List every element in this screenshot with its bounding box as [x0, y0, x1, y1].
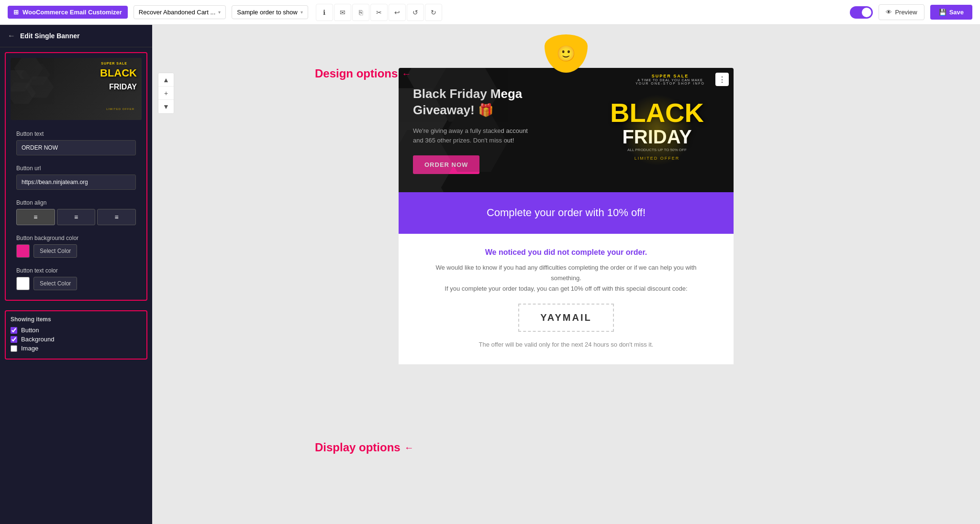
email-white-content: We noticed you did not complete your ord… — [399, 234, 734, 364]
button-align-field: Button align ≡ ≡ ≡ — [11, 195, 142, 230]
align-center-button[interactable]: ≡ — [57, 209, 96, 225]
preview-limited: LIMITED OFFER — [106, 108, 134, 110]
email-icon-wrap: 🙂 — [399, 34, 734, 73]
zoom-up-button[interactable]: ▲ — [158, 73, 174, 87]
showing-items-title: Showing items — [11, 316, 142, 323]
preview-super-sale: SUPER SALE — [101, 62, 127, 65]
grid-icon: ⊞ — [13, 9, 19, 16]
button-text-color-field: Button text color Select Color — [11, 262, 142, 295]
chevron-down-icon: ▾ — [218, 10, 221, 15]
banner-preview: SUPER SALE BLACK FRIDAY LIMITED OFFER — [11, 58, 142, 120]
email-purple-bar: Complete your order with 10% off! — [399, 192, 734, 234]
sidebar-header: ← Edit Single Banner — [0, 25, 152, 47]
image-checkbox[interactable] — [11, 345, 17, 352]
brand-name: WooCommerce Email Customizer — [22, 9, 122, 16]
back-icon[interactable]: ← — [8, 32, 15, 40]
toolbar-icons: ℹ ✉ ⎘ ✂ ↩ ↺ ↻ — [316, 4, 442, 21]
info-button[interactable]: ℹ — [316, 4, 333, 21]
button-text-input[interactable] — [16, 140, 136, 155]
image-checkbox-label: Image — [21, 345, 38, 352]
email-button[interactable]: ✉ — [334, 4, 351, 21]
background-checkbox[interactable] — [11, 336, 17, 343]
button-bg-color-label: Button background color — [16, 235, 136, 241]
preview-friday: FRIDAY — [109, 83, 137, 91]
copy-button[interactable]: ⎘ — [352, 4, 369, 21]
notice-text: We would like to know if you had any dif… — [413, 262, 719, 294]
display-section: Showing items Button Background Image — [5, 310, 147, 360]
email-canvas: 🙂 Black Friday Mega Giveaway! 🎁 — [399, 34, 734, 514]
design-options-annotation: Design options — [315, 67, 398, 80]
sample-order-label: Sample order to show — [237, 9, 297, 16]
email-envelope-icon: 🙂 — [545, 34, 588, 73]
email-banner: Black Friday Mega Giveaway! 🎁 We're givi… — [399, 68, 734, 192]
button-bg-color-picker-button[interactable]: Select Color — [33, 244, 77, 258]
main-layout: ← Edit Single Banner SUPER SALE BLACK FR… — [0, 25, 980, 524]
redo-button[interactable]: ↻ — [425, 4, 442, 21]
brand-logo: ⊞ WooCommerce Email Customizer — [8, 6, 128, 19]
save-icon: 💾 — [939, 9, 947, 16]
align-group: ≡ ≡ ≡ — [16, 209, 136, 225]
button-text-color-picker-button[interactable]: Select Color — [33, 277, 77, 290]
email-type-dropdown[interactable]: Recover Abandoned Cart ... ▾ — [134, 5, 226, 19]
toggle-wrap — [850, 6, 873, 19]
back-button[interactable]: ↩ — [389, 4, 406, 21]
sidebar: ← Edit Single Banner SUPER SALE BLACK FR… — [0, 25, 152, 524]
zoom-fit-button[interactable]: + — [158, 87, 174, 100]
cut-button[interactable]: ✂ — [370, 4, 388, 21]
zoom-down-button[interactable]: ▼ — [158, 100, 174, 113]
button-align-label: Button align — [16, 199, 136, 206]
button-text-color-label: Button text color — [16, 267, 136, 274]
email-type-label: Recover Abandoned Cart ... — [139, 9, 215, 16]
button-url-field: Button url — [11, 160, 142, 195]
align-left-button[interactable]: ≡ — [16, 209, 55, 225]
banner-super-sale: SUPER SALE A TIME TO DEAL YOU CAN MAKE Y… — [635, 74, 705, 85]
notice-title: We noticed you did not complete your ord… — [413, 248, 719, 257]
design-section: SUPER SALE BLACK FRIDAY LIMITED OFFER Bu… — [5, 52, 147, 301]
button-text-color-row: Select Color — [16, 277, 136, 290]
button-url-label: Button url — [16, 165, 136, 172]
save-label: Save — [949, 9, 964, 16]
showing-image-row: Image — [11, 345, 142, 352]
undo-button[interactable]: ↺ — [407, 4, 424, 21]
button-bg-color-swatch[interactable] — [16, 244, 30, 258]
sample-order-dropdown[interactable]: Sample order to show ▾ — [232, 5, 308, 19]
save-button[interactable]: 💾 Save — [930, 5, 972, 20]
preview-button[interactable]: 👁 Preview — [879, 4, 924, 20]
email-footer-text: The offer will be valid only for the nex… — [413, 339, 719, 350]
banner-right-content: SUPER SALE A TIME TO DEAL YOU CAN MAKE Y… — [580, 68, 734, 192]
button-text-field: Button text — [11, 126, 142, 160]
glow-effect — [621, 94, 693, 166]
align-right-button[interactable]: ≡ — [97, 209, 136, 225]
showing-background-row: Background — [11, 336, 142, 343]
discount-code-box: YAYMAIL — [518, 304, 614, 332]
more-options-button[interactable]: ⋮ — [715, 73, 729, 86]
button-bg-color-field: Button background color Select Color — [11, 230, 142, 262]
showing-button-row: Button — [11, 327, 142, 334]
content-area: Design options ← Display options ← ▲ + ▼… — [152, 25, 980, 524]
purple-bar-text: Complete your order with 10% off! — [487, 207, 646, 218]
zoom-controls: ▲ + ▼ — [158, 73, 174, 114]
chevron-down-icon: ▾ — [301, 10, 303, 15]
button-bg-color-row: Select Color — [16, 244, 136, 258]
button-url-input[interactable] — [16, 175, 136, 190]
sidebar-title: Edit Single Banner — [20, 32, 79, 40]
active-toggle[interactable] — [850, 6, 873, 19]
topbar: ⊞ WooCommerce Email Customizer Recover A… — [0, 0, 980, 25]
eye-icon: 👁 — [886, 9, 892, 16]
button-text-color-swatch[interactable] — [16, 277, 30, 290]
preview-black: BLACK — [100, 67, 137, 79]
display-options-annotation: Display options — [315, 441, 401, 454]
button-text-label: Button text — [16, 131, 136, 137]
button-checkbox-label: Button — [21, 327, 39, 334]
button-checkbox[interactable] — [11, 327, 17, 334]
preview-label: Preview — [895, 9, 917, 16]
background-checkbox-label: Background — [21, 336, 54, 343]
